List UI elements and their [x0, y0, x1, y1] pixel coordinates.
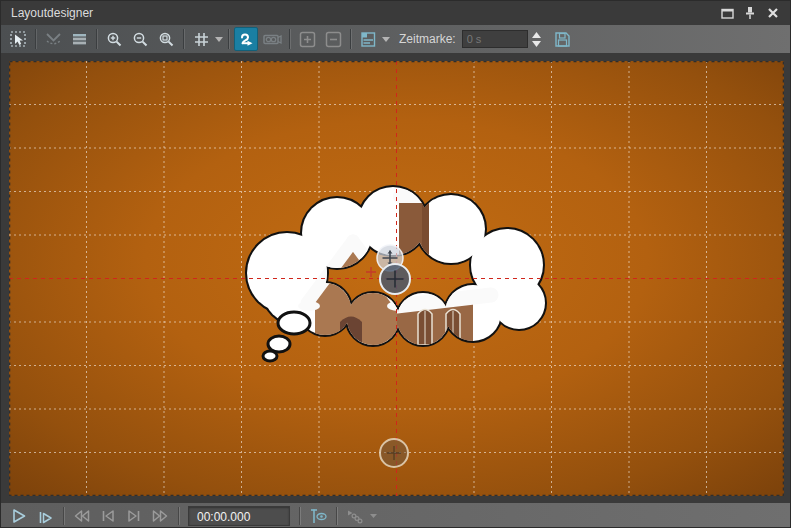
position-handle-active[interactable]: [380, 264, 410, 294]
play-icon: [10, 507, 28, 525]
zoom-fit-button[interactable]: [154, 27, 178, 51]
previous-frame-icon: [99, 507, 117, 525]
pin-icon: [744, 6, 756, 20]
keyframes-list-icon: [359, 30, 378, 49]
toolbar-separator: [350, 29, 351, 49]
layout-canvas-area[interactable]: [9, 61, 784, 496]
camera-button[interactable]: [260, 27, 284, 51]
chevron-down-icon: [382, 37, 390, 42]
toolbar-separator: [228, 29, 229, 49]
position-handle-bottom[interactable]: [380, 439, 408, 467]
pin-button[interactable]: [742, 6, 758, 20]
toolbar-separator: [96, 29, 97, 49]
restore-icon: [721, 8, 734, 19]
keyframes-dropdown-button[interactable]: [381, 27, 391, 51]
toolbar-separator: [35, 29, 36, 49]
next-frame-icon: [125, 507, 143, 525]
keyframe-chain-icon: [345, 507, 365, 525]
zoom-decrease-button[interactable]: [321, 27, 345, 51]
rewind-button[interactable]: [71, 505, 93, 527]
grid-icon: [192, 30, 211, 49]
keyframe-chain-button[interactable]: [344, 505, 366, 527]
titlebar: Layoutdesigner: [1, 1, 790, 25]
select-tool-button[interactable]: [6, 27, 30, 51]
grid-dropdown-button[interactable]: [214, 27, 224, 51]
minus-icon: [324, 30, 343, 49]
keyframe-chain-dropdown-button[interactable]: [368, 504, 378, 528]
zeitmarke-label: Zeitmarke:: [399, 32, 456, 46]
curve-mode-button[interactable]: [41, 27, 65, 51]
zeitmarke-spinner: [530, 30, 543, 48]
spinner-down-button[interactable]: [530, 39, 543, 48]
play-from-marker-button[interactable]: [34, 505, 56, 527]
save-icon: [553, 30, 572, 49]
keyframes-list-button[interactable]: [356, 27, 380, 51]
close-icon: [767, 7, 779, 19]
close-button[interactable]: [765, 6, 781, 20]
play-button[interactable]: [8, 505, 30, 527]
save-button[interactable]: [551, 27, 575, 51]
transport-bar: 00:00.000: [1, 503, 790, 528]
zoom-in-icon: [105, 30, 124, 49]
motion-path-icon: [237, 30, 256, 49]
toolbar: Zeitmarke:: [1, 25, 790, 53]
restore-button[interactable]: [719, 6, 735, 20]
zoom-increase-button[interactable]: [295, 27, 319, 51]
toolbar-separator: [289, 29, 290, 49]
transport-separator: [299, 507, 300, 525]
zeitmarke-input[interactable]: [462, 30, 528, 48]
forward-icon: [150, 507, 170, 525]
transport-separator: [178, 507, 179, 525]
zoom-in-button[interactable]: [102, 27, 126, 51]
zoom-out-icon: [131, 30, 150, 49]
chevron-down-icon: [370, 514, 377, 518]
plus-icon: [298, 30, 317, 49]
window-title: Layoutdesigner: [1, 6, 719, 20]
chevron-down-icon: [215, 37, 223, 42]
next-frame-button[interactable]: [123, 505, 145, 527]
layers-icon: [70, 30, 89, 49]
marker-visibility-icon: [309, 507, 328, 525]
marker-visibility-button[interactable]: [307, 505, 329, 527]
camera-icon: [262, 30, 283, 49]
rewind-icon: [72, 507, 92, 525]
motion-path-button[interactable]: [234, 27, 258, 51]
toolbar-separator: [183, 29, 184, 49]
select-tool-icon: [9, 30, 28, 49]
forward-button[interactable]: [149, 505, 171, 527]
play-from-marker-icon: [36, 507, 54, 525]
transport-separator: [63, 507, 64, 525]
zoom-out-button[interactable]: [128, 27, 152, 51]
chevron-down-icon: [532, 41, 541, 47]
transport-separator: [336, 507, 337, 525]
layout-canvas[interactable]: [9, 61, 784, 496]
previous-frame-button[interactable]: [97, 505, 119, 527]
chevron-up-icon: [532, 32, 541, 38]
spinner-up-button[interactable]: [530, 30, 543, 39]
zoom-fit-icon: [157, 30, 176, 49]
grid-button[interactable]: [189, 27, 213, 51]
time-display: 00:00.000: [188, 506, 290, 526]
curve-mode-icon: [44, 30, 63, 49]
layoutdesigner-window: Layoutdesigner: [0, 0, 791, 528]
layers-button[interactable]: [67, 27, 91, 51]
